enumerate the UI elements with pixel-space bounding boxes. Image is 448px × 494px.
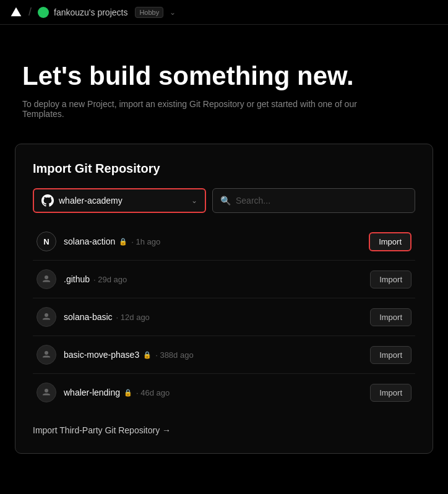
avatar: N	[37, 232, 56, 251]
repo-name: whaler-lending	[64, 388, 120, 397]
import-button[interactable]: Import	[370, 308, 411, 326]
repo-name: basic-move-phase3	[64, 350, 139, 360]
repo-select-chevron-icon: ⌄	[191, 196, 197, 205]
toolbar: whaler-academy ⌄ 🔍	[33, 188, 415, 213]
repo-item: N solana-action 🔒 · 1h ago Import	[33, 223, 415, 261]
repo-name: .github	[64, 274, 90, 284]
repo-list: N solana-action 🔒 · 1h ago Import .githu…	[33, 223, 415, 411]
repo-time: · 29d ago	[93, 275, 127, 284]
avatar	[37, 383, 56, 402]
repo-item: basic-move-phase3 🔒 · 388d ago Import	[33, 336, 415, 374]
repo-name: solana-action	[64, 236, 115, 246]
lock-icon: 🔒	[119, 238, 127, 246]
hero-section: Let's build something new. To deploy a n…	[0, 25, 448, 144]
search-input[interactable]	[236, 196, 407, 206]
lock-icon: 🔒	[143, 351, 152, 359]
repo-time: · 46d ago	[136, 388, 170, 397]
repo-item: whaler-lending 🔒 · 46d ago Import	[33, 374, 415, 411]
hero-subtitle: To deploy a new Project, import an exist…	[22, 99, 369, 119]
topnav: / fankouzu's projects Hobby ⌄	[0, 0, 448, 25]
search-icon: 🔍	[220, 196, 231, 206]
project-name: fankouzu's projects	[54, 7, 127, 17]
github-icon	[41, 194, 54, 207]
card-footer: Import Third-Party Git Repository →	[33, 414, 415, 436]
svg-point-2	[45, 351, 48, 355]
lock-icon: 🔒	[124, 389, 132, 397]
svg-point-1	[45, 313, 48, 317]
avatar	[37, 307, 56, 327]
repo-select-text: whaler-academy	[59, 196, 186, 206]
project-dot-icon	[38, 7, 49, 18]
repo-item: solana-basic · 12d ago Import	[33, 298, 415, 336]
repo-info: solana-action 🔒 · 1h ago	[64, 236, 361, 246]
import-button[interactable]: Import	[370, 384, 411, 402]
import-git-card: Import Git Repository whaler-academy ⌄ 🔍…	[15, 144, 433, 454]
search-wrapper: 🔍	[212, 188, 415, 213]
repo-info: whaler-lending 🔒 · 46d ago	[64, 388, 363, 397]
svg-point-3	[45, 389, 48, 392]
import-button[interactable]: Import	[370, 271, 411, 288]
hero-title: Let's build something new.	[22, 62, 426, 90]
repo-info: .github · 29d ago	[64, 274, 363, 284]
vercel-logo-icon	[10, 6, 22, 19]
third-party-link[interactable]: Import Third-Party Git Repository →	[33, 425, 171, 435]
import-button[interactable]: Import	[369, 232, 411, 251]
svg-point-0	[45, 275, 48, 279]
import-button[interactable]: Import	[370, 346, 411, 364]
repo-name: solana-basic	[64, 312, 113, 322]
repo-selector[interactable]: whaler-academy ⌄	[33, 188, 206, 213]
card-title: Import Git Repository	[33, 162, 415, 176]
nav-chevron-icon[interactable]: ⌄	[170, 8, 176, 17]
repo-time: · 388d ago	[155, 350, 193, 360]
plan-badge: Hobby	[135, 7, 163, 18]
repo-time: · 12d ago	[116, 313, 150, 322]
nav-separator: /	[28, 6, 32, 19]
repo-item: .github · 29d ago Import	[33, 261, 415, 298]
repo-time: · 1h ago	[131, 237, 160, 246]
repo-info: basic-move-phase3 🔒 · 388d ago	[64, 350, 363, 360]
repo-info: solana-basic · 12d ago	[64, 312, 363, 322]
avatar	[37, 269, 56, 289]
avatar	[37, 345, 56, 365]
